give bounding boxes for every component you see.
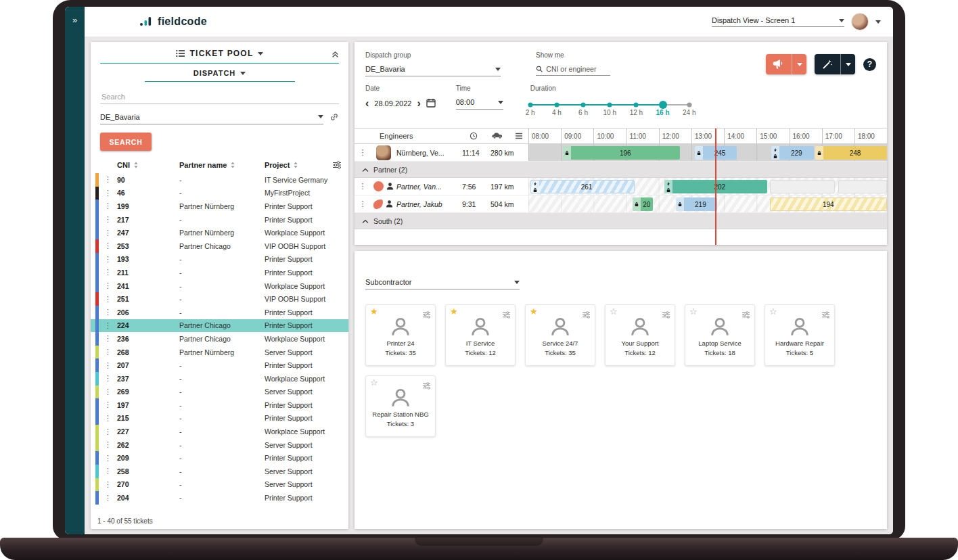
ticket-row[interactable]: ⋮253Partner ChicagoVIP OOBH Support [91, 239, 348, 253]
ticket-row[interactable]: ⋮199Partner NürnbergPrinter Support [91, 200, 348, 213]
subcontractor-select[interactable]: Subcontractor [365, 278, 520, 289]
ticket-row[interactable]: ⋮215-Printer Support [91, 412, 348, 425]
row-menu-icon[interactable]: ⋮ [99, 414, 117, 423]
search-button[interactable]: SEARCH [100, 133, 152, 151]
subcontractor-card[interactable]: ☆Laptop ServiceTickets: 18 [685, 304, 755, 366]
ticket-row[interactable]: ⋮236Partner ChicagoWorkplace Support [91, 332, 348, 346]
row-menu-icon[interactable]: ⋮ [99, 388, 117, 396]
row-menu-icon[interactable]: ⋮ [99, 295, 117, 304]
ticket-row[interactable]: ⋮207-Printer Support [91, 358, 348, 372]
card-menu-icon[interactable] [821, 309, 830, 321]
megaphone-icon[interactable] [766, 54, 792, 74]
ticket-row[interactable]: ⋮251-VIP OOBH Support [91, 292, 348, 306]
row-menu-icon[interactable]: ⋮ [99, 202, 117, 210]
help-button[interactable]: ? [863, 58, 876, 71]
ticket-row[interactable]: ⋮193-Printer Support [91, 253, 348, 266]
duration-option-label[interactable]: 12 h [630, 109, 643, 116]
ticket-row[interactable]: ⋮211-Printer Support [91, 266, 348, 279]
row-menu-icon[interactable]: ⋮ [99, 334, 117, 343]
auto-assign-split-button[interactable] [815, 54, 855, 74]
schedule-bar[interactable] [770, 180, 835, 193]
duration-option-dot[interactable] [528, 103, 532, 108]
ticket-row[interactable]: ⋮204-Printer Support [91, 491, 348, 505]
dispatch-mode-selector[interactable]: DISPATCH [145, 69, 295, 82]
card-menu-icon[interactable] [742, 309, 750, 321]
timeline-track[interactable]: 196245229248 [528, 144, 887, 161]
user-menu-chevron-icon[interactable] [875, 20, 881, 24]
collapsed-sidebar[interactable]: » [65, 7, 85, 534]
timeline-track[interactable]: 261202 [528, 178, 887, 195]
magic-wand-icon[interactable] [815, 54, 840, 74]
row-menu-icon[interactable]: ⋮ [99, 494, 117, 503]
card-menu-icon[interactable] [422, 380, 431, 392]
duration-option-dot[interactable] [554, 103, 559, 108]
favorite-star-icon[interactable]: ☆ [769, 307, 777, 316]
ticket-group-select[interactable]: DE_Bavaria [100, 113, 323, 124]
ticket-row[interactable]: ⋮209-Printer Support [91, 451, 348, 465]
subcontractor-card[interactable]: ☆Hardware RepairTickets: 5 [765, 304, 835, 366]
favorite-star-icon[interactable]: ☆ [610, 307, 618, 316]
row-menu-icon[interactable]: ⋮ [355, 182, 371, 191]
duration-option-dot[interactable] [659, 101, 667, 109]
ticket-pool-selector[interactable]: TICKET POOL [100, 49, 339, 64]
subcontractor-card[interactable]: ☆Repair Station NBGTickets: 3 [365, 375, 436, 437]
timeline-track[interactable]: 20219194 [528, 195, 887, 212]
row-menu-icon[interactable]: ⋮ [99, 454, 117, 463]
schedule-bar[interactable]: 248 [815, 146, 887, 160]
card-menu-icon[interactable] [662, 309, 670, 321]
next-day-button[interactable]: › [417, 99, 420, 108]
schedule-bar[interactable]: 261 [530, 180, 635, 193]
ticket-row[interactable]: ⋮217-Printer Support [91, 213, 348, 227]
link-icon[interactable] [329, 112, 339, 124]
row-menu-icon[interactable]: ⋮ [99, 361, 117, 370]
schedule-bar[interactable]: 219 [676, 197, 717, 211]
filter-icon[interactable] [325, 161, 348, 169]
ticket-row[interactable]: ⋮270-Server Support [91, 478, 348, 492]
show-me-search[interactable] [536, 65, 610, 76]
favorite-star-icon[interactable]: ☆ [689, 307, 698, 316]
ticket-row[interactable]: ⋮237-Workplace Support [91, 372, 348, 386]
ticket-row[interactable]: ⋮241-Workplace Support [91, 279, 348, 293]
schedule-bar[interactable]: 229 [771, 146, 814, 160]
ticket-row[interactable]: ⋮90-IT Service Germany [91, 173, 348, 187]
row-menu-icon[interactable]: ⋮ [99, 321, 117, 330]
dispatch-group-select[interactable]: DE_Bavaria [365, 65, 501, 76]
favorite-star-icon[interactable]: ★ [450, 307, 458, 316]
duration-slider[interactable]: 2 h4 h6 h10 h12 h16 h24 h [530, 99, 689, 118]
subcontractor-card[interactable]: ☆Your SupportTickets: 12 [605, 304, 675, 366]
column-header-partner[interactable]: Partner name [179, 161, 265, 169]
duration-option-label[interactable]: 4 h [552, 109, 562, 116]
row-menu-icon[interactable]: ⋮ [99, 467, 117, 475]
sort-icon[interactable] [293, 162, 298, 168]
favorite-star-icon[interactable]: ☆ [370, 378, 378, 387]
row-menu-icon[interactable]: ⋮ [99, 440, 117, 449]
row-menu-icon[interactable]: ⋮ [99, 189, 117, 197]
timeline-group-header[interactable]: South (2) [355, 213, 887, 229]
schedule-bar[interactable] [838, 180, 887, 193]
row-menu-icon[interactable]: ⋮ [355, 148, 371, 157]
ticket-row[interactable]: ⋮262-Server Support [91, 438, 348, 452]
sort-icon[interactable] [133, 162, 139, 168]
ticket-row[interactable]: ⋮268Partner NürnbergServer Support [91, 346, 348, 359]
ticket-row[interactable]: ⋮197-Printer Support [91, 398, 348, 412]
announce-dropdown-chevron[interactable] [792, 54, 806, 74]
row-menu-icon[interactable]: ⋮ [99, 427, 117, 436]
duration-option-dot[interactable] [634, 103, 639, 108]
row-menu-icon[interactable]: ⋮ [99, 308, 117, 317]
row-menu-icon[interactable]: ⋮ [99, 480, 117, 489]
card-menu-icon[interactable] [582, 309, 591, 321]
duration-option-dot[interactable] [581, 103, 586, 108]
row-menu-icon[interactable]: ⋮ [99, 255, 117, 264]
auto-assign-dropdown-chevron[interactable] [840, 54, 855, 74]
row-menu-icon[interactable]: ⋮ [99, 400, 117, 409]
row-menu-icon[interactable]: ⋮ [99, 281, 117, 290]
ticket-row[interactable]: ⋮227-Workplace Support [91, 425, 348, 438]
favorite-star-icon[interactable]: ★ [370, 307, 378, 316]
duration-option-label[interactable]: 2 h [526, 109, 535, 116]
ticket-row[interactable]: ⋮269-Server Support [91, 386, 348, 399]
duration-option-label[interactable]: 6 h [578, 109, 588, 116]
search-input[interactable] [100, 90, 339, 104]
schedule-bar[interactable]: 196 [563, 146, 680, 160]
ticket-row[interactable]: ⋮46-MyFirstProject [91, 187, 348, 200]
card-menu-icon[interactable] [422, 309, 431, 321]
